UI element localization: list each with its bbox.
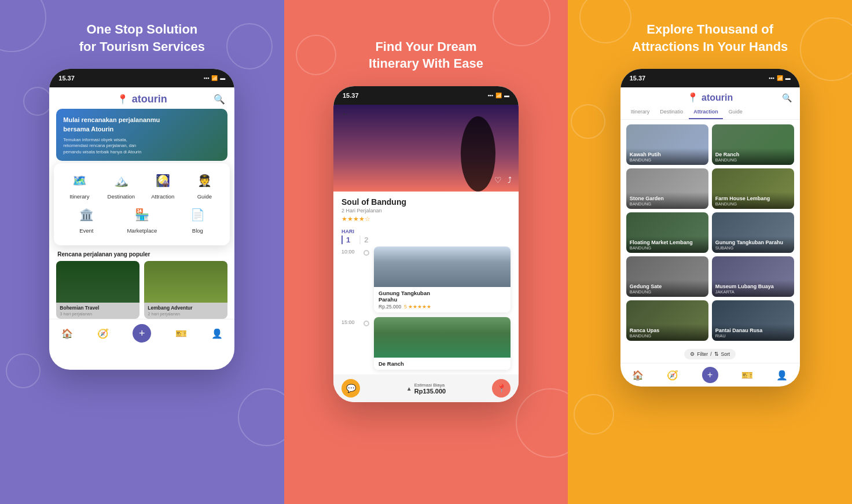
attr-card-stone-garden[interactable]: Stone Garden BANDUNG	[626, 168, 708, 209]
category-tabs: Itinerary Destinatio Attraction Guide	[620, 105, 800, 120]
menu-popup: 🗺️ Itinerary 🏔️ Destination 🎑 Attraction…	[54, 163, 230, 245]
nav-add[interactable]: +	[133, 324, 151, 343]
day-1[interactable]: 1	[341, 236, 350, 244]
place-name-2: De Ranch	[379, 360, 506, 367]
attr-name-floating: Floating Market Lembang	[630, 240, 705, 245]
menu-marketplace[interactable]: 🏪 Marketplace	[123, 204, 160, 234]
attr-name-ranca: Ranca Upas	[630, 328, 705, 333]
panel-two: Find Your DreamItinerary With Ease 15.37…	[284, 0, 568, 504]
menu-attraction[interactable]: 🎑 Attraction	[144, 170, 181, 200]
nav-profile[interactable]: 👤	[211, 328, 223, 339]
location-fab[interactable]: 📍	[492, 379, 511, 398]
hero-silhouette	[461, 116, 495, 192]
menu-guide[interactable]: 🧑‍✈️ Guide	[186, 170, 223, 200]
tab-itinerary[interactable]: Itinerary	[626, 105, 655, 119]
attractions-grid: Kawah Putih BANDUNG De Ranch BANDUNG Sto…	[620, 120, 800, 345]
notch-2	[403, 86, 449, 97]
status-bar-3: 15.37 ▪▪▪ 📶 ▬	[620, 69, 800, 87]
attr-card-kawah-putih[interactable]: Kawah Putih BANDUNG	[626, 124, 708, 165]
card-sub-1: 3 hari perjalanan	[56, 311, 139, 319]
attr-card-ranca-upas[interactable]: Ranca Upas BANDUNG	[626, 300, 708, 341]
signal-icon: ▪▪▪	[204, 75, 210, 81]
place-price-1: Rp.25.000 5 ★★★★★	[379, 304, 506, 310]
back-arrow-icon[interactable]: ←	[341, 109, 350, 119]
tour-info: Soul of Bandung 2 Hari Perjalanan ★★★★☆	[333, 192, 519, 226]
notch	[119, 69, 165, 79]
attr-card-gedung-sate[interactable]: Gedung Sate BANDUNG	[626, 256, 708, 297]
timeline-stop-2: 15:00 De Ranch	[341, 317, 511, 370]
heart-icon[interactable]: ♡	[494, 175, 502, 185]
phone-content-3: 📍 atourin 🔍 Itinerary Destinatio Attract…	[620, 87, 800, 387]
status-bar-2: 15.37 ▪▪▪ 📶 ▬	[333, 86, 519, 105]
card-title-2: Lembang Adventur	[144, 303, 227, 311]
attr-loc-deranch: BANDUNG	[715, 157, 791, 163]
card-sub-2: 2 hari perjalanan	[144, 311, 227, 319]
nav-home[interactable]: 🏠	[61, 328, 73, 339]
search-icon[interactable]: 🔍	[214, 94, 225, 105]
chevron-up-icon[interactable]: ▲	[406, 385, 412, 392]
attr-card-farm-house[interactable]: Farm House Lembang BANDUNG	[712, 168, 794, 209]
attr-card-tangkuban[interactable]: Gunung Tangkuban Parahu SUBANG	[712, 212, 794, 253]
menu-blog[interactable]: 📄 Blog	[179, 204, 216, 234]
guide-label: Guide	[197, 193, 212, 200]
marketplace-label: Marketplace	[127, 227, 157, 234]
menu-destination[interactable]: 🏔️ Destination	[102, 170, 139, 200]
circle-deco	[493, 0, 550, 46]
attr-loc-kawah: BANDUNG	[630, 157, 705, 163]
days-row: 1 2	[341, 236, 511, 244]
filter-button[interactable]: ⚙ Filter / ⇅ Sort	[684, 349, 736, 359]
phone-two: 15.37 ▪▪▪ 📶 ▬ ← ♡ ⤴ Soul of Bandung	[333, 86, 519, 402]
tab-destination[interactable]: Destinatio	[655, 105, 688, 119]
nav-compass-3[interactable]: 🧭	[667, 370, 678, 381]
card-image-forest	[56, 261, 139, 303]
signal-icon-2: ▪▪▪	[487, 93, 493, 98]
attr-card-floating-market[interactable]: Floating Market Lembang BANDUNG	[626, 212, 708, 253]
nav-compass[interactable]: 🧭	[97, 328, 109, 339]
chat-fab[interactable]: 💬	[341, 379, 360, 398]
nav-profile-3[interactable]: 👤	[776, 370, 788, 381]
time-display-2: 15.37	[343, 92, 359, 99]
wifi-icon-2: 📶	[495, 93, 502, 98]
status-icons: ▪▪▪ 📶 ▬	[204, 75, 226, 81]
menu-row-1: 🗺️ Itinerary 🏔️ Destination 🎑 Attraction…	[58, 170, 225, 200]
tour-title: Soul of Bandung	[341, 197, 511, 207]
day-2[interactable]: 2	[359, 236, 368, 244]
notch-3	[687, 69, 733, 79]
app-logo: 📍 atourin	[117, 93, 167, 105]
circle-deco	[516, 388, 568, 458]
card-title-1: Bohemian Travel	[56, 303, 139, 311]
estimasi-value: Rp135.000	[414, 388, 446, 395]
attr-overlay: Gedung Sate BANDUNG	[626, 280, 708, 297]
event-icon: 🏛️	[76, 204, 97, 225]
nav-ticket[interactable]: 🎫	[175, 328, 187, 339]
panel-two-headline: Find Your DreamItinerary With Ease	[369, 21, 483, 72]
attr-name-deranch: De Ranch	[715, 152, 791, 157]
attr-name-pantai: Pantai Danau Rusa	[715, 328, 791, 333]
nav-add-3[interactable]: +	[702, 367, 718, 383]
tab-attraction[interactable]: Attraction	[689, 105, 723, 119]
sort-icon: ⇅	[714, 351, 719, 357]
destination-label: Destination	[108, 193, 135, 200]
nav-home-3[interactable]: 🏠	[632, 370, 644, 381]
place-card-1[interactable]: Gunung TangkubanParahu Rp.25.000 5 ★★★★★	[374, 247, 511, 312]
attr-card-pantai[interactable]: Pantai Danau Rusa RIAU	[712, 300, 794, 341]
nav-ticket-3[interactable]: 🎫	[741, 370, 753, 381]
marketplace-icon: 🏪	[131, 204, 152, 225]
time-display-3: 15.37	[630, 75, 646, 82]
place-info-1: Gunung TangkubanParahu Rp.25.000 5 ★★★★★	[374, 287, 511, 312]
attr-card-museum[interactable]: Museum Lubang Buaya JAKARTA	[712, 256, 794, 297]
place-card-2[interactable]: De Ranch	[374, 317, 511, 370]
bottom-nav-3: 🏠 🧭 + 🎫 👤	[620, 363, 800, 387]
share-icon[interactable]: ⤴	[508, 175, 512, 185]
popular-card-2[interactable]: Lembang Adventur 2 hari perjalanan	[144, 261, 227, 319]
menu-event[interactable]: 🏛️ Event	[68, 204, 105, 234]
attr-card-de-ranch[interactable]: De Ranch BANDUNG	[712, 124, 794, 165]
menu-itinerary[interactable]: 🗺️ Itinerary	[61, 170, 98, 200]
tab-guide[interactable]: Guide	[724, 105, 747, 119]
attr-name-gedung: Gedung Sate	[630, 284, 705, 289]
popular-card-1[interactable]: Bohemian Travel 3 hari perjalanan	[56, 261, 139, 319]
status-icons-3: ▪▪▪ 📶 ▬	[769, 75, 791, 81]
phone-three: 15.37 ▪▪▪ 📶 ▬ 📍 atourin 🔍 Itinerary Dest…	[620, 69, 800, 387]
app-logo-3: 📍 atourin	[687, 92, 733, 103]
search-icon-3[interactable]: 🔍	[782, 93, 792, 102]
